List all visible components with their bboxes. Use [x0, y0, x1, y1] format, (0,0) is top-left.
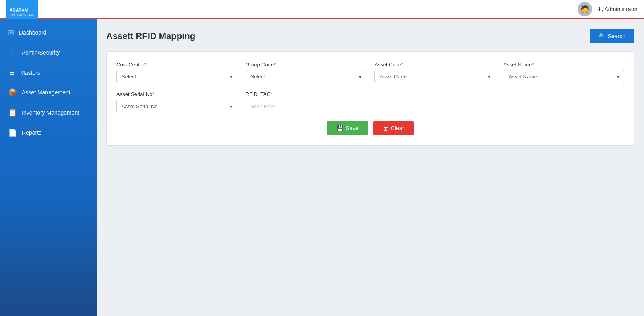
avatar: 🧑	[578, 2, 592, 16]
search-button-label: Search	[608, 33, 625, 39]
clear-button-label: Clear	[391, 125, 404, 131]
save-button-label: Save	[346, 125, 359, 131]
asset-icon: 📦	[8, 88, 17, 97]
layout: ⊞ Dashboard 👤 Admin/Security 🖥 Masters 📦…	[0, 19, 644, 316]
page-title: Assett RFID Mapping	[106, 31, 195, 41]
reports-icon: 📄	[8, 128, 17, 137]
rfid-tag-label: RFID_TAG*	[246, 91, 367, 97]
admin-icon: 👤	[8, 48, 17, 57]
asset-name-label: Asset Name*	[504, 62, 625, 68]
asset-code-group: Asset Code* Asset Code	[374, 62, 495, 83]
asset-serial-select-wrapper: Asset Serial No	[116, 100, 237, 113]
clear-button[interactable]: 🗑 Clear	[373, 121, 414, 135]
cost-center-select[interactable]: Select	[116, 70, 237, 83]
logo-line2: InfoTech Pvt. Ltd.	[10, 13, 35, 17]
group-code-label: Group Code*	[246, 62, 367, 68]
main-content: Assett RFID Mapping 🔍 Search Cost Center…	[97, 19, 644, 316]
trash-icon: 🗑	[383, 125, 388, 131]
cost-center-required: *	[144, 62, 146, 68]
asset-name-required: *	[532, 62, 534, 68]
group-code-group: Group Code* Select	[246, 62, 367, 83]
sidebar-item-reports[interactable]: 📄 Reports	[0, 123, 97, 143]
cost-center-label: Cost Center*	[116, 62, 237, 68]
asset-code-required: *	[401, 62, 403, 68]
group-code-select-wrapper: Select	[246, 70, 367, 83]
sidebar-item-dashboard[interactable]: ⊞ Dashboard	[0, 23, 97, 43]
sidebar-label-asset: Asset Management	[22, 89, 70, 96]
cost-center-group: Cost Center* Select	[116, 62, 237, 83]
group-code-select[interactable]: Select	[246, 70, 367, 83]
logo-area: A AGARAM InfoTech Pvt. Ltd.	[6, 0, 38, 19]
button-row: 💾 Save 🗑 Clear	[116, 121, 624, 135]
asset-serial-select[interactable]: Asset Serial No	[116, 100, 237, 113]
search-button[interactable]: 🔍 Search	[590, 29, 634, 43]
masters-icon: 🖥	[8, 68, 15, 77]
sidebar-label-inventory: Inventory Management	[22, 109, 79, 116]
sidebar-label-reports: Reports	[22, 129, 41, 136]
spacer-2	[504, 91, 625, 113]
sidebar-item-asset-management[interactable]: 📦 Asset Management	[0, 82, 97, 103]
asset-code-select-wrapper: Asset Code	[374, 70, 495, 83]
sidebar-label-admin: Admin/Security	[22, 49, 60, 56]
sidebar: ⊞ Dashboard 👤 Admin/Security 🖥 Masters 📦…	[0, 19, 97, 316]
sidebar-label-dashboard: Dashboard	[19, 29, 47, 36]
form-row-1: Cost Center* Select Group Code*	[116, 62, 624, 83]
search-icon: 🔍	[599, 33, 605, 39]
save-icon: 💾	[336, 125, 343, 131]
asset-code-select[interactable]: Asset Code	[374, 70, 495, 83]
user-area: 🧑 Hi, Administrator	[578, 2, 638, 16]
asset-name-select-wrapper: Asset Name	[504, 70, 625, 83]
sidebar-label-masters: Masters	[20, 70, 40, 76]
inventory-icon: 📋	[8, 108, 17, 117]
rfid-tag-group: RFID_TAG*	[246, 91, 367, 113]
sidebar-item-inventory-management[interactable]: 📋 Inventory Management	[0, 103, 97, 123]
cost-center-select-wrapper: Select	[116, 70, 237, 83]
dashboard-icon: ⊞	[8, 28, 14, 37]
group-code-required: *	[274, 62, 276, 68]
asset-serial-required: *	[153, 91, 155, 97]
form-card: Cost Center* Select Group Code*	[106, 51, 634, 146]
sidebar-item-admin-security[interactable]: 👤 Admin/Security	[0, 43, 97, 63]
sidebar-item-masters[interactable]: 🖥 Masters	[0, 63, 97, 82]
page-header: Assett RFID Mapping 🔍 Search	[106, 29, 634, 43]
asset-serial-group: Asset Serial No* Asset Serial No	[116, 91, 237, 113]
asset-code-label: Asset Code*	[374, 62, 495, 68]
rfid-tag-input[interactable]	[246, 100, 367, 113]
app-header: A AGARAM InfoTech Pvt. Ltd. 🧑 Hi, Admini…	[0, 0, 644, 19]
logo-box: A AGARAM InfoTech Pvt. Ltd.	[6, 0, 38, 19]
asset-name-group: Asset Name* Asset Name	[504, 62, 625, 83]
asset-serial-label: Asset Serial No*	[116, 91, 237, 97]
user-greeting: Hi, Administrator	[596, 6, 638, 12]
save-button[interactable]: 💾 Save	[327, 121, 368, 135]
asset-name-select[interactable]: Asset Name	[504, 70, 625, 83]
form-row-2: Asset Serial No* Asset Serial No RFID_TA…	[116, 91, 624, 113]
logo-line1: AGARAM	[10, 8, 35, 13]
rfid-tag-required: *	[271, 91, 273, 97]
spacer-1	[374, 91, 495, 113]
